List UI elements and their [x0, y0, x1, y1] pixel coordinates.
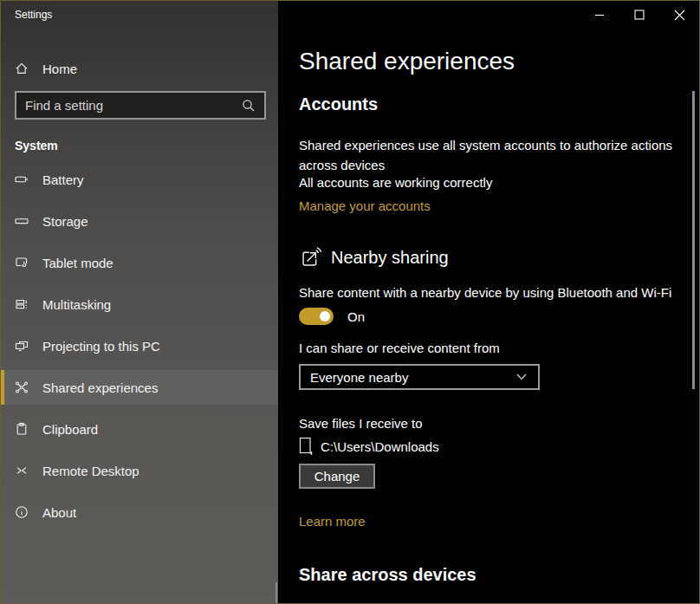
shared-experiences-icon [15, 380, 29, 394]
sidebar-item-projecting[interactable]: Projecting to this PC [1, 328, 278, 363]
sidebar: Settings Home System Battery [1, 1, 278, 603]
sidebar-item-about[interactable]: About [1, 495, 278, 529]
tablet-icon [15, 256, 29, 270]
sidebar-item-label: About [42, 505, 76, 520]
sidebar-item-clipboard[interactable]: Clipboard [1, 412, 278, 446]
battery-icon [15, 172, 29, 186]
sidebar-item-label: Storage [42, 214, 88, 229]
about-icon [15, 505, 29, 519]
nearby-description: Share content with a nearby device by us… [299, 285, 671, 300]
manage-accounts-link[interactable]: Manage your accounts [299, 198, 431, 213]
sidebar-item-battery[interactable]: Battery [1, 162, 278, 197]
settings-window: Settings Home System Battery [0, 0, 700, 604]
accounts-status: All accounts are working correctly [299, 175, 492, 190]
sidebar-item-label: Home [42, 62, 77, 76]
save-files-label: Save files I receive to [299, 416, 423, 431]
search-box [15, 91, 266, 120]
home-icon [15, 62, 29, 75]
sidebar-scrollbar[interactable] [275, 582, 277, 603]
projecting-icon [15, 339, 29, 353]
nearby-sharing-icon [299, 246, 322, 270]
sidebar-item-label: Shared experiences [42, 380, 158, 395]
remote-desktop-icon [15, 464, 29, 477]
sidebar-item-remote-desktop[interactable]: Remote Desktop [1, 453, 278, 488]
nearby-sharing-heading: Nearby sharing [299, 246, 449, 270]
sidebar-item-label: Multitasking [42, 297, 111, 312]
storage-icon [15, 214, 29, 228]
toggle-knob [320, 311, 330, 321]
learn-more-link[interactable]: Learn more [299, 514, 366, 529]
share-across-heading: Share across devices [299, 565, 476, 585]
toggle-state-label: On [347, 309, 365, 324]
search-input[interactable] [16, 98, 241, 113]
sidebar-section-label: System [15, 139, 58, 153]
chevron-down-icon [516, 373, 527, 380]
dropdown-value: Everyone nearby [301, 370, 516, 385]
save-path-row: C:\Users\Downloads [299, 437, 439, 456]
nearby-sharing-toggle[interactable] [299, 308, 334, 325]
sidebar-item-tablet-mode[interactable]: Tablet mode [1, 245, 278, 280]
change-button[interactable]: Change [299, 464, 375, 489]
save-path-value: C:\Users\Downloads [321, 439, 439, 454]
sidebar-item-label: Battery [42, 172, 84, 187]
nearby-toggle-row: On [299, 308, 365, 325]
app-title: Settings [15, 9, 52, 21]
sidebar-item-multitasking[interactable]: Multitasking [1, 287, 278, 321]
sidebar-item-label: Tablet mode [42, 256, 113, 270]
sidebar-item-label: Remote Desktop [42, 464, 139, 478]
clipboard-icon [15, 422, 29, 436]
accounts-heading: Accounts [299, 94, 378, 114]
nearby-sharing-label: Nearby sharing [331, 248, 449, 268]
content-scrollbar[interactable] [692, 91, 695, 389]
share-from-dropdown[interactable]: Everyone nearby [299, 364, 540, 390]
sidebar-item-home[interactable]: Home [1, 51, 278, 86]
accounts-description: Shared experiences use all system accoun… [299, 135, 685, 175]
sidebar-item-storage[interactable]: Storage [1, 204, 278, 238]
share-from-label: I can share or receive content from [299, 341, 500, 355]
search-icon[interactable] [241, 98, 256, 114]
sidebar-item-label: Projecting to this PC [42, 339, 160, 354]
page-content: Shared experiences Accounts Shared exper… [299, 1, 699, 603]
sidebar-item-label: Clipboard [42, 422, 98, 437]
document-icon [299, 437, 314, 456]
main-panel: Shared experiences Accounts Shared exper… [278, 1, 699, 603]
sidebar-item-shared-experiences[interactable]: Shared experiences [1, 370, 278, 405]
page-title: Shared experiences [299, 48, 515, 75]
multitasking-icon [15, 297, 29, 311]
